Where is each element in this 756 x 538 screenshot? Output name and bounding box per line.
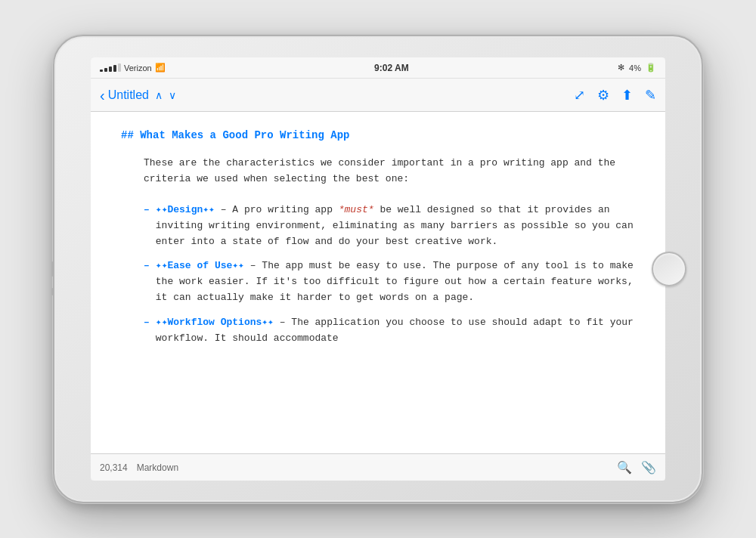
mode-label: Markdown (137, 462, 178, 473)
time-display: 9:02 AM (374, 63, 409, 73)
list-content-3: ✦✦Workflow Options✦✦ – The application y… (156, 315, 635, 347)
nav-right: ⤢ ⚙ ⬆ ✎ (574, 87, 656, 104)
up-arrow-icon[interactable]: ∧ (155, 89, 163, 101)
home-button[interactable] (652, 252, 686, 286)
design-label: Design (167, 204, 203, 215)
document-title[interactable]: Untitled (108, 88, 149, 102)
document-content: ## What Makes a Good Pro Writing App The… (91, 112, 665, 453)
attach-icon[interactable]: 📎 (641, 460, 656, 475)
asterisk-1: ✦✦ (156, 204, 168, 215)
design-text: – A pro writing app (215, 204, 339, 215)
intro-paragraph: These are the characteristics we conside… (121, 156, 635, 187)
status-right: ✻ 4% 🔋 (618, 63, 656, 73)
signal-strength (100, 63, 121, 72)
back-chevron-icon[interactable]: ‹ (100, 88, 105, 103)
asterisk-3: ✦✦ (156, 260, 168, 271)
bottom-left: 20,314 Markdown (100, 462, 178, 473)
list-bullet-1: – (144, 203, 150, 249)
wifi-icon: 📶 (155, 63, 166, 73)
signal-dot-3 (109, 66, 112, 72)
edit-icon[interactable]: ✎ (645, 87, 656, 104)
battery-icon: 🔋 (646, 63, 656, 73)
bottom-right: 🔍 📎 (617, 460, 656, 475)
status-left: Verizon 📶 (100, 63, 166, 73)
asterisk-2: ✦✦ (203, 204, 215, 215)
signal-dot-2 (104, 68, 107, 72)
nav-arrows-group: ∧ ∨ (155, 89, 176, 101)
ease-of-use-label: Ease of Use (167, 260, 232, 271)
ipad-device: Verizon 📶 9:02 AM ✻ 4% 🔋 ‹ Untitled ∧ ∨ (53, 35, 703, 503)
list-bullet-2: – (144, 258, 150, 305)
workflow-options-label: Workflow Options (167, 317, 262, 328)
side-button[interactable] (51, 261, 54, 277)
list-content-2: ✦✦Ease of Use✦✦ – The app must be easy t… (156, 258, 635, 305)
share-icon[interactable]: ⬆ (621, 87, 633, 104)
signal-dot-1 (100, 70, 103, 72)
list-item: – ✦✦Workflow Options✦✦ – The application… (144, 315, 635, 347)
down-arrow-icon[interactable]: ∨ (169, 89, 176, 101)
navigation-bar: ‹ Untitled ∧ ∨ ⤢ ⚙ ⬆ ✎ (91, 79, 665, 112)
search-bottom-icon[interactable]: 🔍 (617, 460, 632, 475)
list-bullet-3: – (144, 315, 150, 347)
asterisk-5: ✦✦ (156, 317, 168, 328)
must-label: *must* (339, 204, 374, 215)
list-item: – ✦✦Ease of Use✦✦ – The app must be easy… (144, 258, 635, 305)
asterisk-6: ✦✦ (262, 317, 274, 328)
select-icon[interactable]: ⤢ (574, 87, 585, 104)
carrier-label: Verizon (124, 63, 152, 73)
list-item: – ✦✦Design✦✦ – A pro writing app *must* … (144, 203, 635, 249)
settings-icon[interactable]: ⚙ (597, 87, 609, 104)
side-button-2[interactable] (51, 288, 54, 295)
battery-label: 4% (629, 63, 641, 73)
bottom-bar: 20,314 Markdown 🔍 📎 (91, 453, 665, 481)
list-content-1: ✦✦Design✦✦ – A pro writing app *must* be… (156, 203, 635, 249)
ipad-screen: Verizon 📶 9:02 AM ✻ 4% 🔋 ‹ Untitled ∧ ∨ (91, 57, 665, 481)
asterisk-4: ✦✦ (232, 260, 244, 271)
word-count-label: 20,314 (100, 462, 128, 473)
status-bar: Verizon 📶 9:02 AM ✻ 4% 🔋 (91, 57, 665, 79)
bluetooth-icon: ✻ (618, 63, 624, 73)
signal-dot-4 (113, 65, 116, 72)
list-container: – ✦✦Design✦✦ – A pro writing app *must* … (121, 203, 635, 346)
nav-left: ‹ Untitled ∧ ∨ (100, 88, 574, 103)
signal-dot-5 (118, 63, 121, 72)
document-heading: ## What Makes a Good Pro Writing App (121, 127, 635, 144)
